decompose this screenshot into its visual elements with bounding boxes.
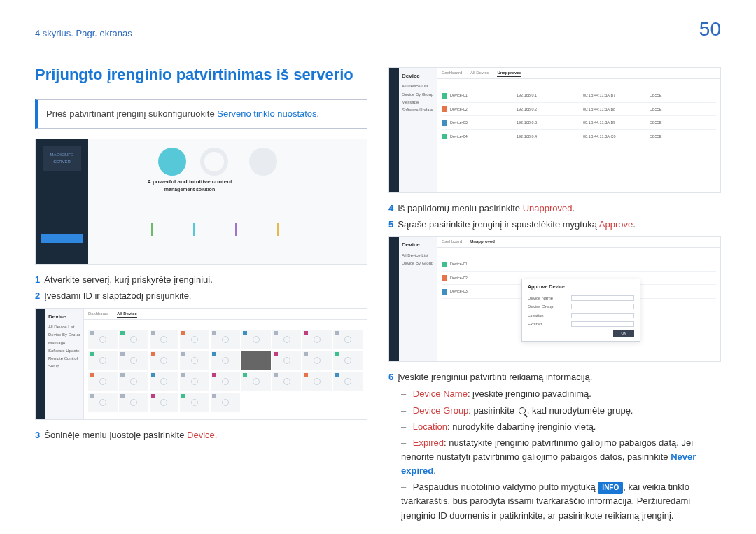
step-1: 1Atverkite serverį, kurį priskyrėte įren… [35,273,368,287]
sub-item-device-name: – Device Name: įveskite įrenginio pavadi… [401,387,721,401]
nav-item[interactable]: Software Update [48,348,80,354]
device-tile[interactable] [272,372,302,391]
device-tile[interactable] [241,372,271,391]
device-tile[interactable] [150,393,179,412]
tab-unapproved[interactable]: Unapproved [470,239,495,246]
device-tile[interactable] [88,330,118,349]
dialog-field-group: Device Group [528,304,634,310]
nav-item[interactable]: All Device List [402,253,434,259]
tab-dashboard[interactable]: Dashboard [88,311,108,317]
table-row[interactable]: Device-04192.168.0.400:1B:44:11:3A:C0DB5… [442,130,716,144]
nav-item[interactable]: Remote Control [48,356,80,362]
step-text-after: . [215,430,218,440]
device-tile[interactable] [150,372,179,391]
device-tile[interactable] [211,393,240,412]
device-tile[interactable] [180,372,209,391]
name-input[interactable] [571,295,634,301]
login-stats-row [151,219,305,240]
tab-bar: Dashboard All Device Unapproved [438,68,720,79]
bullet-dash-icon: – [401,482,406,492]
table-row[interactable]: Device-02192.168.0.200:1B:44:11:3A:B8DB5… [442,103,716,117]
device-tile[interactable] [211,372,240,391]
device-tile[interactable] [180,393,209,412]
nav-item[interactable]: Device By Group [402,92,434,98]
status-icon [442,289,447,295]
tab-all-device[interactable]: All Device [470,70,489,76]
sub-item-device-group: – Device Group: pasirinkite , kad nurody… [401,404,721,418]
device-tile[interactable] [119,351,148,370]
dialog-ok-button[interactable]: OK [613,330,634,337]
device-tile[interactable] [180,330,209,349]
device-tile[interactable] [333,351,363,370]
screenshot-approve-dialog: Device All Device List Device By Group D… [388,236,721,362]
cell-mac: 00:1B:44:11:3A:B9 [583,120,650,126]
nav-item[interactable]: Message [402,99,434,106]
device-tile[interactable] [150,351,179,370]
device-tile[interactable] [241,330,271,349]
cell-ip: 192.168.0.1 [517,92,583,99]
device-tile[interactable] [119,330,148,349]
status-icon [442,93,447,99]
device-tile[interactable] [88,393,118,412]
step-4: 4Iš papildomų meniu pasirinkite Unapprov… [388,202,721,216]
field-label: Device Name [528,295,553,302]
device-tile[interactable] [272,351,302,370]
field-label: Expired [528,321,542,328]
device-tile[interactable] [211,351,240,370]
device-nav: Device All Device List Device By Group M… [399,68,438,192]
cell-mac: 00:1B:44:11:3A:B7 [583,92,650,99]
nav-item[interactable]: Software Update [402,107,434,113]
device-tile[interactable] [88,372,118,391]
group-input[interactable] [571,304,634,309]
cell-name: Device-04 [450,134,517,140]
app-sidebar [389,237,399,361]
nav-item[interactable]: Setup [48,363,80,370]
nav-item[interactable]: All Device List [48,324,80,330]
cell-model: DB55E [650,134,716,140]
chapter-header: 4 skyrius. Pagr. ekranas [35,27,132,41]
location-input[interactable] [571,313,634,318]
cell: Device-01 [450,261,716,267]
nav-item[interactable]: Device By Group [402,260,434,267]
page-body: Prijungto įrenginio patvirtinimas iš ser… [0,0,756,534]
table-row[interactable]: Device-01192.168.0.100:1B:44:11:3A:B7DB5… [442,89,716,103]
device-tile[interactable] [88,351,118,370]
right-column: Device All Device List Device By Group M… [388,21,721,525]
login-main: A powerful and intuitive content managem… [88,139,367,264]
tab-all-device[interactable]: All Device [117,311,137,318]
nav-title: Device [48,313,80,321]
device-tile[interactable] [119,372,148,391]
note-link[interactable]: Serverio tinklo nuostatos [217,108,316,119]
device-tile[interactable] [302,330,332,349]
approve-dialog: Approve Device Device Name Device Group … [522,279,640,342]
tab-unapproved[interactable]: Unapproved [497,70,522,77]
bullet-dash-icon: – [401,388,406,399]
note-text-after: . [317,108,320,119]
step-text: Iš papildomų meniu pasirinkite [398,203,522,213]
device-tile[interactable] [211,330,240,349]
device-tile[interactable] [180,351,209,370]
tab-dashboard[interactable]: Dashboard [442,70,462,76]
nav-item[interactable]: Device By Group [48,332,80,338]
device-tile[interactable] [302,372,332,391]
device-tile-thumbnail[interactable] [241,351,271,370]
sub-item-location: – Location: nurodykite dabartinę įrengin… [401,420,721,434]
bullet-dash-icon: – [401,405,406,416]
dialog-title: Approve Device [528,283,634,291]
device-tile[interactable] [333,372,363,391]
device-tile[interactable] [302,351,332,370]
field-label: Device Group [528,304,554,310]
dialog-field-name: Device Name [528,295,634,302]
table-row[interactable]: Device-03192.168.0.300:1B:44:11:3A:B9DB5… [442,116,716,130]
device-tile[interactable] [333,330,363,349]
nav-item[interactable]: Message [48,340,80,346]
device-tile[interactable] [272,330,302,349]
login-button[interactable] [41,234,83,243]
nav-item[interactable]: All Device List [402,83,434,90]
tab-dashboard[interactable]: Dashboard [442,239,462,245]
field-label: Location [528,313,544,319]
device-tile[interactable] [150,330,179,349]
kw-location: Location [413,421,447,432]
device-tile[interactable] [119,393,148,412]
expired-input[interactable] [571,321,634,327]
